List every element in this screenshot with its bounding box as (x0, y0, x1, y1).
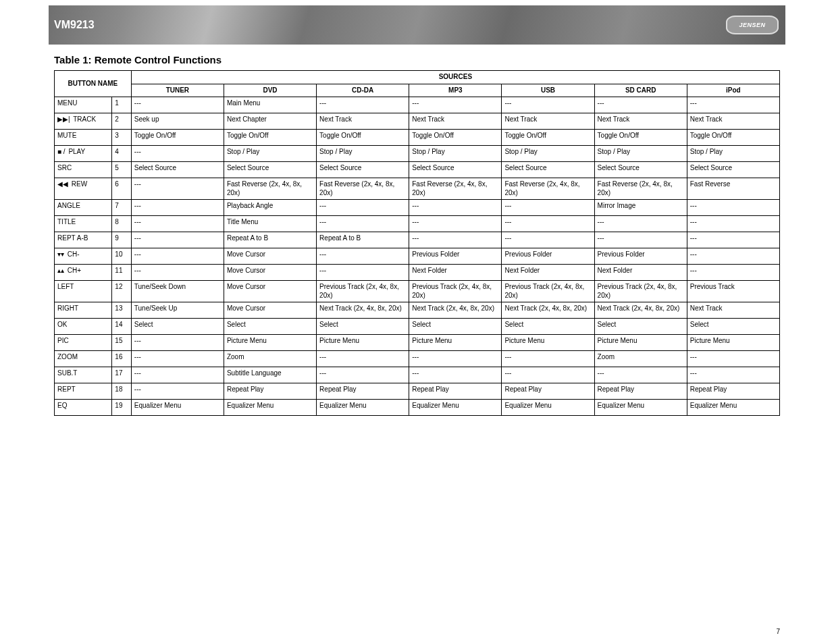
cell: Next Track (594, 113, 687, 130)
cell: Repeat Play (594, 383, 687, 400)
header-band: VM9213 JENSEN (49, 5, 785, 45)
cell: Equalizer Menu (502, 400, 594, 416)
btn-ref: 16 (112, 351, 131, 367)
table-row: REPT18---Repeat PlayRepeat PlayRepeat Pl… (55, 383, 780, 400)
cell: --- (687, 216, 779, 232)
cell: --- (131, 383, 224, 400)
cell: --- (317, 216, 409, 232)
btn-name: ▾▾ CH- (55, 248, 112, 265)
cell: --- (131, 351, 224, 367)
btn-ref: 3 (112, 130, 131, 146)
btn-ref: 18 (112, 383, 131, 400)
cell: Picture Menu (317, 335, 409, 351)
stop-play-icon: ■ / (57, 148, 66, 157)
cell: Toggle On/Off (131, 130, 224, 146)
cell: --- (317, 265, 409, 281)
cell: Zoom (594, 351, 687, 367)
cell: Zoom (224, 351, 316, 367)
cell: Previous Track (2x, 4x, 8x, 20x) (317, 281, 409, 302)
table-row: ◀◀ REW6---Fast Reverse (2x, 4x, 8x, 20x)… (55, 178, 780, 200)
cell: Equalizer Menu (409, 400, 502, 416)
cell: Next Track (409, 113, 502, 130)
cell: --- (502, 351, 594, 367)
cell: Next Track (2x, 4x, 8x, 20x) (409, 302, 502, 319)
cell: --- (317, 367, 409, 383)
cell: Fast Reverse (2x, 4x, 8x, 20x) (409, 178, 502, 200)
cell: Previous Track (2x, 4x, 8x, 20x) (502, 281, 594, 302)
chup-icon: ▴▴ (57, 267, 64, 275)
btn-name: REPT (55, 383, 112, 400)
btn-ref: 7 (112, 200, 131, 216)
btn-name: ZOOM (55, 351, 112, 367)
cell: Equalizer Menu (594, 400, 687, 416)
cell: --- (131, 97, 224, 113)
cell: Fast Reverse (2x, 4x, 8x, 20x) (317, 178, 409, 200)
rew-icon: ◀◀ (57, 180, 68, 189)
cell: --- (687, 367, 779, 383)
cell: --- (409, 367, 502, 383)
cell: Previous Folder (409, 248, 502, 265)
cell: Previous Track (687, 281, 779, 302)
cell: Toggle On/Off (502, 130, 594, 146)
cell: --- (131, 200, 224, 216)
btn-name: ANGLE (55, 200, 112, 216)
btn-ref: 9 (112, 232, 131, 248)
btn-name: SUB.T (55, 367, 112, 383)
cell: --- (131, 216, 224, 232)
col-mp3: MP3 (409, 84, 502, 97)
cell: Equalizer Menu (687, 400, 779, 416)
cell: --- (687, 97, 779, 113)
btn-name: TITLE (55, 216, 112, 232)
cell: --- (131, 146, 224, 162)
cell: Equalizer Menu (224, 400, 316, 416)
btn-ref: 11 (112, 265, 131, 281)
cell: --- (687, 265, 779, 281)
table-row: MUTE3Toggle On/OffToggle On/OffToggle On… (55, 130, 780, 146)
cell: Stop / Play (502, 146, 594, 162)
table-row: SRC5Select SourceSelect SourceSelect Sou… (55, 162, 780, 178)
cell: Repeat A to B (224, 232, 316, 248)
cell: Playback Angle (224, 200, 316, 216)
cell: Tune/Seek Down (131, 281, 224, 302)
cell: Picture Menu (502, 335, 594, 351)
cell: Move Cursor (224, 302, 316, 319)
btn-ref: 19 (112, 400, 131, 416)
cell: Title Menu (224, 216, 316, 232)
cell: Next Track (2x, 4x, 8x, 20x) (594, 302, 687, 319)
btn-ref: 2 (112, 113, 131, 130)
cell: Move Cursor (224, 265, 316, 281)
table-row: SUB.T17---Subtitle Language-------------… (55, 367, 780, 383)
cell: Select Source (502, 162, 594, 178)
btn-name: REPT A-B (55, 232, 112, 248)
btn-name: MENU (55, 97, 112, 113)
cell: --- (131, 335, 224, 351)
cell: Next Folder (502, 265, 594, 281)
cell: --- (317, 200, 409, 216)
cell: Toggle On/Off (409, 130, 502, 146)
cell: Toggle On/Off (687, 130, 779, 146)
col-dvd: DVD (224, 84, 316, 97)
btn-name: LEFT (55, 281, 112, 302)
cell: Repeat Play (224, 383, 316, 400)
cell: Next Track (687, 113, 779, 130)
cell: --- (131, 265, 224, 281)
table-row: ANGLE7---Playback Angle---------Mirror I… (55, 200, 780, 216)
cell: --- (594, 97, 687, 113)
cell: Picture Menu (594, 335, 687, 351)
table-row: LEFT12Tune/Seek DownMove CursorPrevious … (55, 281, 780, 302)
cell: Move Cursor (224, 248, 316, 265)
cell: Seek up (131, 113, 224, 130)
cell: Stop / Play (687, 146, 779, 162)
cell: --- (317, 351, 409, 367)
table-row: ■ / PLAY4---Stop / PlayStop / PlayStop /… (55, 146, 780, 162)
remote-functions-table: BUTTON NAME SOURCES TUNER DVD CD-DA MP3 … (54, 70, 780, 416)
cell: Select Source (317, 162, 409, 178)
btn-name: MUTE (55, 130, 112, 146)
cell: Subtitle Language (224, 367, 316, 383)
next-track-icon: ▶▶| (57, 115, 70, 124)
cell: Main Menu (224, 97, 316, 113)
cell: Fast Reverse (2x, 4x, 8x, 20x) (594, 178, 687, 200)
product-model: VM9213 (54, 19, 95, 31)
table-row: ZOOM16---Zoom---------Zoom--- (55, 351, 780, 367)
cell: Select Source (224, 162, 316, 178)
